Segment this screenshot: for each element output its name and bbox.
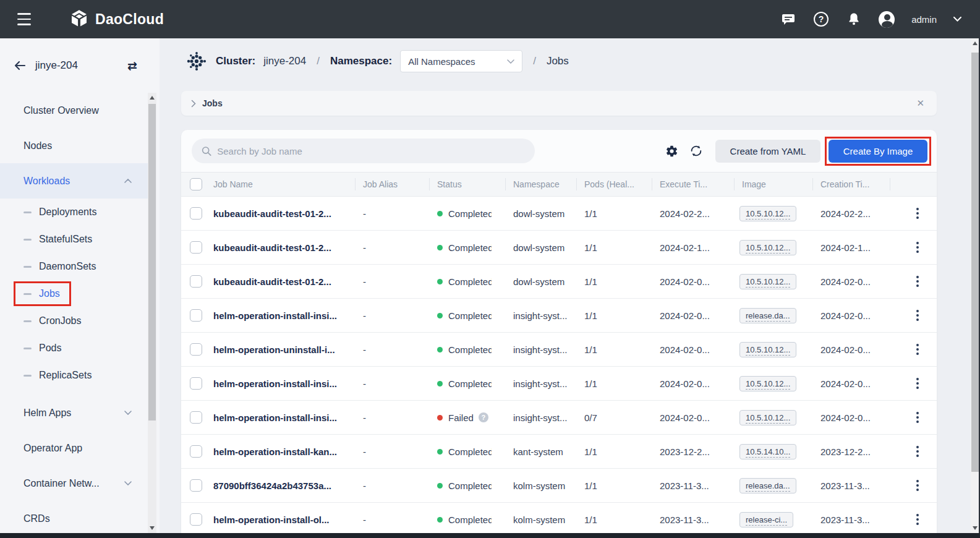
hamburger-menu-icon[interactable]	[17, 13, 32, 25]
row-checkbox[interactable]	[190, 309, 202, 322]
kebab-menu-icon[interactable]	[910, 204, 925, 223]
image-tag[interactable]: release.da...	[739, 478, 796, 493]
dash-icon	[23, 239, 32, 241]
sidebar-item-replicasets[interactable]: ReplicaSets	[0, 362, 148, 389]
kebab-menu-icon[interactable]	[910, 374, 925, 393]
sidebar-item-label: Nodes	[23, 140, 52, 152]
sidebar-item-container-netw[interactable]: Container Netw...	[0, 466, 148, 501]
row-checkbox[interactable]	[190, 513, 202, 526]
search-box[interactable]	[192, 139, 535, 163]
create-from-yaml-button[interactable]: Create from YAML	[715, 140, 820, 163]
select-all-checkbox[interactable]	[190, 178, 202, 190]
sidebar-item-daemonsets[interactable]: DaemonSets	[0, 253, 148, 280]
kebab-menu-icon[interactable]	[910, 476, 925, 495]
table-row: helm-operation-install-insi...-Completed…	[181, 367, 937, 401]
messages-icon[interactable]	[780, 11, 796, 27]
kebab-menu-icon[interactable]	[910, 442, 925, 461]
sidebar-item-deployments[interactable]: Deployments	[0, 199, 148, 226]
image-tag[interactable]: 10.5.10.12...	[739, 240, 796, 255]
image-tag[interactable]: 10.5.10.12...	[739, 376, 796, 391]
sidebar-item-cronjobs[interactable]: CronJobs	[0, 307, 148, 335]
image-tag[interactable]: 10.5.10.12...	[739, 342, 796, 357]
scroll-up-icon[interactable]	[971, 38, 979, 48]
image-cell: 10.5.10.12...	[735, 206, 813, 221]
notifications-bell-icon[interactable]	[846, 11, 862, 27]
user-menu-chevron-icon[interactable]	[953, 17, 961, 22]
settings-gear-icon[interactable]	[665, 145, 678, 158]
row-checkbox[interactable]	[190, 445, 202, 458]
job-name-link[interactable]: kubeaudit-audit-test-01-2...	[206, 276, 356, 287]
dash-icon	[23, 375, 32, 377]
sidebar-item-nodes[interactable]: Nodes	[0, 128, 148, 163]
scroll-up-icon[interactable]	[148, 93, 156, 103]
cluster-value[interactable]: jinye-204	[263, 55, 306, 67]
user-avatar-icon[interactable]	[879, 11, 895, 27]
sidebar-item-cluster-overview[interactable]: Cluster Overview	[0, 93, 148, 128]
job-name-link[interactable]: helm-operation-install-insi...	[206, 378, 356, 389]
help-icon[interactable]: ?	[813, 11, 829, 27]
create-by-image-button[interactable]: Create By Image	[829, 140, 927, 163]
job-name-link[interactable]: helm-operation-install-kan...	[206, 446, 356, 457]
status-cell: Completed	[430, 446, 506, 457]
scroll-down-icon[interactable]	[148, 523, 156, 533]
job-name-link[interactable]: helm-operation-install-insi...	[206, 310, 356, 321]
row-checkbox[interactable]	[190, 207, 202, 220]
sidebar-scrollbar-thumb[interactable]	[148, 104, 156, 421]
table-row: helm-operation-install-insi...-Completed…	[181, 299, 937, 333]
status-cell: Completed	[430, 276, 506, 287]
sidebar-item-pods[interactable]: Pods	[0, 335, 148, 362]
kebab-menu-icon[interactable]	[910, 272, 925, 291]
job-name-link[interactable]: kubeaudit-audit-test-01-2...	[206, 208, 356, 219]
sidebar-item-crds[interactable]: CRDs	[0, 501, 148, 536]
search-input[interactable]	[217, 146, 525, 156]
cluster-context-bar: Cluster: jinye-204 / Namespace: All Name…	[160, 38, 971, 84]
sidebar-item-helm-apps[interactable]: Helm Apps	[0, 395, 148, 430]
job-name-link[interactable]: helm-operation-install-insi...	[206, 412, 356, 423]
job-name-link[interactable]: helm-operation-install-ol...	[206, 515, 356, 525]
column-header: Creation Ti...	[813, 173, 890, 196]
creation-time-cell: 2024-02-0...	[813, 378, 890, 389]
namespace-select[interactable]: All Namespaces	[400, 50, 522, 72]
execute-time-cell: 2024-02-2...	[652, 208, 735, 219]
image-tag[interactable]: 10.5.10.12...	[739, 274, 796, 289]
row-checkbox[interactable]	[190, 241, 202, 254]
table-body: kubeaudit-audit-test-01-2...-Completeddo…	[181, 197, 937, 537]
kebab-menu-icon[interactable]	[910, 306, 925, 325]
row-checkbox[interactable]	[190, 479, 202, 492]
job-name-link[interactable]: helm-operation-uninstall-i...	[206, 344, 356, 355]
job-name-link[interactable]: 87090bff36424a2b43753a...	[206, 480, 356, 491]
kebab-menu-icon[interactable]	[910, 408, 925, 427]
sidebar-item-operator-app[interactable]: Operator App	[0, 430, 148, 466]
refresh-icon[interactable]	[689, 144, 703, 158]
sidebar-item-statefulsets[interactable]: StatefulSets	[0, 226, 148, 253]
row-checkbox[interactable]	[190, 275, 202, 288]
job-name-link[interactable]: kubeaudit-audit-test-01-2...	[206, 242, 356, 253]
row-checkbox[interactable]	[190, 377, 202, 390]
status-help-icon[interactable]: ?	[479, 412, 488, 422]
status-text: Completed	[448, 310, 492, 321]
image-tag[interactable]: 10.5.10.12...	[739, 410, 796, 425]
kebab-menu-icon[interactable]	[910, 340, 925, 359]
row-checkbox[interactable]	[190, 411, 202, 424]
status-dot	[437, 347, 443, 352]
image-tag[interactable]: 10.5.10.12...	[739, 206, 796, 221]
sidebar-scrollbar[interactable]	[148, 93, 156, 533]
status-dot	[437, 517, 443, 523]
table-row: kubeaudit-audit-test-01-2...-Completeddo…	[181, 197, 937, 231]
kebab-menu-icon[interactable]	[910, 510, 925, 529]
image-tag[interactable]: release-ci...	[739, 512, 793, 527]
sidebar-item-jobs[interactable]: Jobs	[0, 280, 148, 307]
sidebar-item-workloads[interactable]: Workloads	[0, 163, 148, 199]
breadcrumb-chevron-icon	[191, 100, 196, 108]
close-icon[interactable]: ✕	[916, 98, 924, 109]
kebab-menu-icon[interactable]	[910, 238, 925, 257]
sidebar-item-label: ReplicaSets	[39, 370, 92, 381]
namespace-cell: dowl-system	[506, 208, 577, 219]
back-arrow-icon[interactable]	[12, 58, 27, 73]
row-checkbox[interactable]	[190, 343, 202, 356]
switch-cluster-icon[interactable]: ⇄	[127, 59, 137, 73]
scroll-down-icon[interactable]	[971, 523, 979, 533]
creation-time-cell: 2024-02-0...	[813, 310, 890, 321]
image-tag[interactable]: release.da...	[739, 308, 796, 323]
image-tag[interactable]: 10.5.14.10...	[739, 444, 796, 459]
